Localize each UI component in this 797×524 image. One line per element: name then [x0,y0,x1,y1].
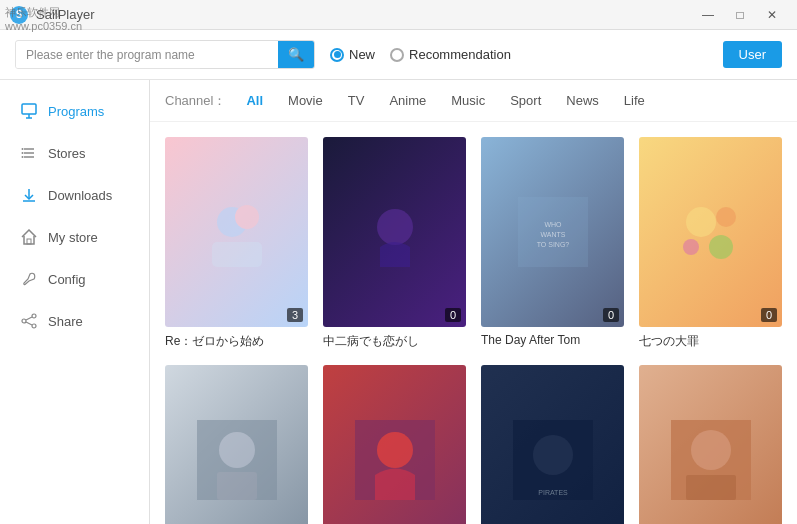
search-input[interactable] [16,42,278,68]
radio-recommendation-label: Recommendation [409,47,511,62]
svg-text:WANTS: WANTS [540,231,565,238]
sidebar: Programs Stores [0,80,150,524]
app-header: 🔍 New Recommendation User [0,30,797,80]
svg-rect-31 [217,472,257,500]
channel-bar: Channel： All Movie TV Anime Music Sport … [150,80,797,122]
sidebar-share-label: Share [48,314,83,329]
monitor-icon [20,102,38,120]
user-button[interactable]: User [723,41,782,68]
media-thumb-2: 0 [323,137,466,327]
title-bar-left: S SailPlayer [10,6,95,24]
media-thumb-5: 0 [165,365,308,524]
sidebar-item-mystore[interactable]: My store [0,216,149,258]
svg-point-20 [377,209,413,245]
media-thumb-7: PIRATES 0 [481,365,624,524]
channel-news[interactable]: News [556,90,609,111]
svg-point-13 [32,324,36,328]
channel-tv[interactable]: TV [338,90,375,111]
svg-rect-0 [22,104,36,114]
svg-point-6 [22,148,24,150]
search-box[interactable]: 🔍 [15,40,315,69]
media-thumb-4: 0 [639,137,782,327]
channel-all[interactable]: All [236,90,273,111]
radio-group: New Recommendation [330,47,511,62]
svg-point-7 [22,152,24,154]
svg-point-27 [683,239,699,255]
media-card-4[interactable]: 0 七つの大罪 [639,137,782,350]
channel-label: Channel： [165,92,226,110]
channel-sport[interactable]: Sport [500,90,551,111]
media-card-2[interactable]: 0 中二病でも恋がし [323,137,466,350]
media-badge-2: 0 [445,308,461,322]
svg-line-15 [26,317,32,320]
media-badge-3: 0 [603,308,619,322]
list-icon [20,144,38,162]
media-thumb-placeholder-4 [639,137,782,327]
radio-new-dot [330,48,344,62]
svg-point-33 [377,432,413,468]
close-button[interactable]: ✕ [757,0,787,30]
media-grid: 3 Re：ゼロから始め 0 中二病でも恋がし WHOWANTSTO SING? [150,122,797,524]
media-thumb-placeholder-3: WHOWANTSTO SING? [481,137,624,327]
channel-anime[interactable]: Anime [379,90,436,111]
media-card-7[interactable]: PIRATES 0 Pirates of the Carib [481,365,624,524]
title-bar: S SailPlayer — □ ✕ [0,0,797,30]
media-thumb-1: 3 [165,137,308,327]
channel-movie[interactable]: Movie [278,90,333,111]
svg-text:WHO: WHO [544,221,562,228]
media-thumb-8: 0 [639,365,782,524]
media-thumb-placeholder-5 [165,365,308,524]
svg-line-16 [26,322,32,325]
svg-point-35 [533,435,573,475]
svg-point-28 [709,235,733,259]
media-title-2: 中二病でも恋がし [323,333,466,350]
sidebar-item-share[interactable]: Share [0,300,149,342]
media-thumb-6: 0 [323,365,466,524]
media-thumb-placeholder-2 [323,137,466,327]
media-thumb-placeholder-1 [165,137,308,327]
media-card-1[interactable]: 3 Re：ゼロから始め [165,137,308,350]
sidebar-stores-label: Stores [48,146,86,161]
sidebar-downloads-label: Downloads [48,188,112,203]
sidebar-item-downloads[interactable]: Downloads [0,174,149,216]
radio-recommendation[interactable]: Recommendation [390,47,511,62]
svg-point-30 [219,432,255,468]
sidebar-programs-label: Programs [48,104,104,119]
sidebar-item-programs[interactable]: Programs [0,90,149,132]
svg-point-12 [32,314,36,318]
media-card-8[interactable]: 0 浜崎あゆみ [639,365,782,524]
search-button[interactable]: 🔍 [278,41,314,68]
media-thumb-placeholder-6 [323,365,466,524]
media-badge-4: 0 [761,308,777,322]
media-thumb-placeholder-7: PIRATES [481,365,624,524]
main-content: Channel： All Movie TV Anime Music Sport … [150,80,797,524]
sidebar-item-stores[interactable]: Stores [0,132,149,174]
media-thumb-3: WHOWANTSTO SING? 0 [481,137,624,327]
minimize-button[interactable]: — [693,0,723,30]
sidebar-item-config[interactable]: Config [0,258,149,300]
window-controls: — □ ✕ [693,0,787,30]
media-title-3: The Day After Tom [481,333,624,347]
media-card-5[interactable]: 0 ソルジャ [165,365,308,524]
app-logo: S [10,6,28,24]
svg-point-25 [686,207,716,237]
media-card-6[interactable]: 0 灼眼のシャナ [323,365,466,524]
svg-point-14 [22,319,26,323]
app-title: SailPlayer [36,7,95,22]
radio-recommendation-dot [390,48,404,62]
svg-rect-39 [686,475,736,500]
channel-music[interactable]: Music [441,90,495,111]
wrench-icon [20,270,38,288]
svg-text:PIRATES: PIRATES [538,489,568,496]
svg-point-26 [716,207,736,227]
channel-life[interactable]: Life [614,90,655,111]
share-icon [20,312,38,330]
media-title-1: Re：ゼロから始め [165,333,308,350]
svg-rect-19 [212,242,262,267]
radio-new[interactable]: New [330,47,375,62]
home-icon [20,228,38,246]
media-badge-1: 3 [287,308,303,322]
media-card-3[interactable]: WHOWANTSTO SING? 0 The Day After Tom [481,137,624,350]
svg-point-38 [691,430,731,470]
maximize-button[interactable]: □ [725,0,755,30]
